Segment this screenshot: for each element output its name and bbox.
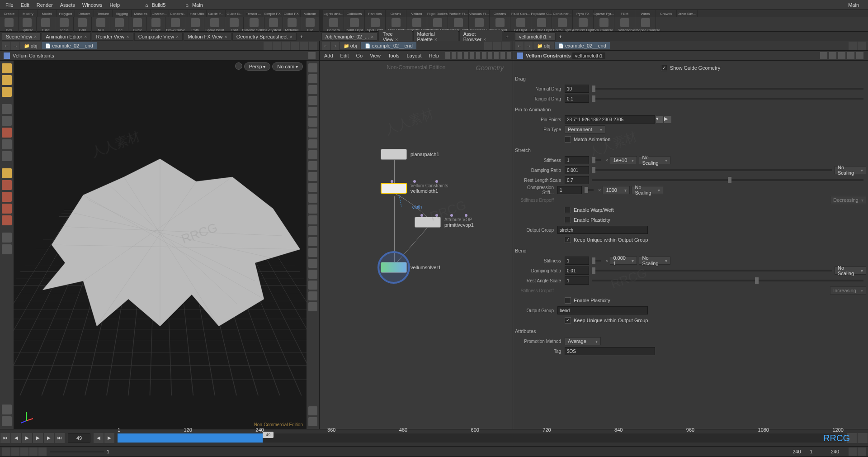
nav-back-icon[interactable]: ← xyxy=(2,42,10,50)
net-menu-help[interactable]: Help xyxy=(426,53,442,58)
tool-icon[interactable] xyxy=(2,151,12,161)
shelf-tab[interactable]: Terrain ... xyxy=(244,10,263,17)
display-option-icon[interactable] xyxy=(308,85,317,94)
tool-icon[interactable] xyxy=(282,42,290,50)
stretch-stiff-exp[interactable]: 1e+10 xyxy=(610,156,637,164)
shelf-torus[interactable]: Torus xyxy=(55,17,74,33)
shelf-grid[interactable]: Grid xyxy=(74,17,92,33)
current-frame-input[interactable] xyxy=(68,433,90,443)
tool-icon[interactable] xyxy=(858,42,866,50)
display-option-icon[interactable] xyxy=(308,291,317,300)
node-planarpatch[interactable]: planarpatch1 xyxy=(381,149,439,160)
tab-render-view[interactable]: Render View× xyxy=(92,33,133,41)
add-tab-icon[interactable]: + xyxy=(557,34,565,39)
shelf-tab[interactable]: Rigging xyxy=(113,10,132,17)
tool-icon[interactable] xyxy=(829,52,836,59)
net-menu-view[interactable]: View xyxy=(367,53,383,58)
shelf-tab[interactable]: Hair Utils xyxy=(188,10,207,17)
stretch-rest-slider[interactable] xyxy=(592,179,863,181)
range-start2[interactable]: 1 xyxy=(810,449,813,454)
display-option-icon[interactable] xyxy=(308,237,317,246)
shelf-tab[interactable]: Deform xyxy=(75,10,94,17)
display-option-icon[interactable] xyxy=(308,139,317,148)
range-slider[interactable] xyxy=(50,451,104,452)
tool-icon[interactable] xyxy=(273,42,281,50)
net-tool-icon[interactable] xyxy=(500,52,505,59)
display-option-icon[interactable] xyxy=(308,63,317,72)
shelf-tab[interactable]: Cloud FX xyxy=(282,10,301,17)
shelf-tab2[interactable]: FEM xyxy=(614,10,635,17)
shelf-tab2[interactable]: Wires xyxy=(635,10,656,17)
shelf-tab2[interactable]: Crowds xyxy=(656,10,677,17)
comp-stiff-exp[interactable]: 1000 xyxy=(603,186,630,194)
add-tab-icon[interactable]: + xyxy=(503,34,511,39)
group-select-icon[interactable]: ▾ xyxy=(656,116,663,123)
info-icon[interactable] xyxy=(308,406,317,415)
shelf-tab[interactable]: Muscles xyxy=(132,10,151,17)
next-key-button[interactable]: ▶ xyxy=(104,433,114,443)
bend-stiff-slider[interactable] xyxy=(592,260,601,262)
comp-stiff-slider[interactable] xyxy=(585,189,594,191)
net-tool-icon[interactable] xyxy=(476,52,481,59)
pin-type-dropdown[interactable]: Permanent xyxy=(565,125,605,133)
tool-icon[interactable] xyxy=(2,244,12,254)
tab-geospread[interactable]: Geometry Spreadsheet× xyxy=(232,33,297,41)
display-option-icon[interactable] xyxy=(308,150,317,159)
stretch-rest-input[interactable] xyxy=(565,176,589,184)
tag-input[interactable] xyxy=(565,347,655,355)
shelf-tab2[interactable]: Container... xyxy=(552,10,573,17)
menu-assets[interactable]: Assets xyxy=(57,2,79,8)
bottom-tool-icon[interactable] xyxy=(20,447,28,456)
shelf-lsystem[interactable]: L-System xyxy=(264,17,283,33)
tab-network-path[interactable]: /obj/example_02_...× xyxy=(321,33,377,41)
shelf-tab[interactable]: Model xyxy=(38,10,57,17)
tool-icon[interactable] xyxy=(2,405,12,414)
stretch-damp-input[interactable] xyxy=(565,166,589,174)
select-tool-icon[interactable] xyxy=(2,63,12,73)
shelf-tab[interactable]: Guide B... xyxy=(226,10,245,17)
net-menu-add[interactable]: Add xyxy=(321,53,336,58)
realtime-toggle[interactable] xyxy=(847,433,857,443)
display-option-icon[interactable] xyxy=(308,215,317,224)
bend-stiff-input[interactable] xyxy=(565,257,589,265)
shelf-camera[interactable]: Camera xyxy=(323,17,344,33)
shelf-tab2[interactable]: Lights and... xyxy=(323,10,344,17)
shelf-tab[interactable]: Texture xyxy=(94,10,113,17)
net-tool-icon[interactable] xyxy=(445,52,450,59)
search-icon[interactable] xyxy=(838,52,845,59)
persp-dropdown[interactable]: Persp ▾ xyxy=(244,62,271,71)
shelf-gilight[interactable]: GI Light xyxy=(510,17,531,33)
frame-marker[interactable]: 49 xyxy=(263,432,274,438)
net-menu-edit[interactable]: Edit xyxy=(338,53,352,58)
shelf-metaball[interactable]: Metaball xyxy=(283,17,302,33)
bottom-tool-icon[interactable] xyxy=(29,447,38,456)
tab-scene-view[interactable]: Scene View× xyxy=(2,33,41,41)
bend-stiff-exp[interactable]: 0.000 1 xyxy=(610,257,637,265)
tangent-drag-slider[interactable] xyxy=(592,98,863,100)
stretch-stiff-slider[interactable] xyxy=(592,159,601,161)
match-animation-checkbox[interactable] xyxy=(565,136,571,143)
main-tab[interactable]: ⌂ Main xyxy=(182,2,210,8)
shelf-tab[interactable]: Constrai... xyxy=(169,10,188,17)
shelf-file[interactable]: File xyxy=(301,17,320,33)
prev-key-button[interactable]: ◀ xyxy=(94,433,104,443)
shelf-line[interactable]: Line xyxy=(110,17,129,33)
snap-tool-icon[interactable] xyxy=(2,180,12,190)
stretch-damp-scale[interactable]: No Scaling xyxy=(835,166,866,174)
bend-rest-input[interactable] xyxy=(565,276,589,285)
display-option-icon[interactable] xyxy=(308,248,317,257)
bend-damp-slider[interactable] xyxy=(592,270,832,271)
net-tool-icon[interactable] xyxy=(494,52,499,59)
snap-tool-icon[interactable] xyxy=(2,192,12,202)
bend-keep-unique-checkbox[interactable] xyxy=(565,317,571,324)
network-view[interactable]: Geometry Non-Commercial Edition planarpa… xyxy=(320,61,513,429)
plasticity-checkbox[interactable] xyxy=(565,217,571,223)
shelf-vrcamera[interactable]: VR Camera xyxy=(594,17,614,33)
path-obj[interactable]: 📁 obj xyxy=(340,42,360,49)
snap-tool-icon[interactable] xyxy=(2,215,12,225)
main-tab-right[interactable]: Main xyxy=(841,2,866,8)
add-tab-icon[interactable]: + xyxy=(297,34,306,39)
display-option-icon[interactable] xyxy=(308,417,317,426)
prev-frame-button[interactable]: ◀ xyxy=(11,433,21,443)
next-frame-button[interactable]: ▶ xyxy=(44,433,54,443)
